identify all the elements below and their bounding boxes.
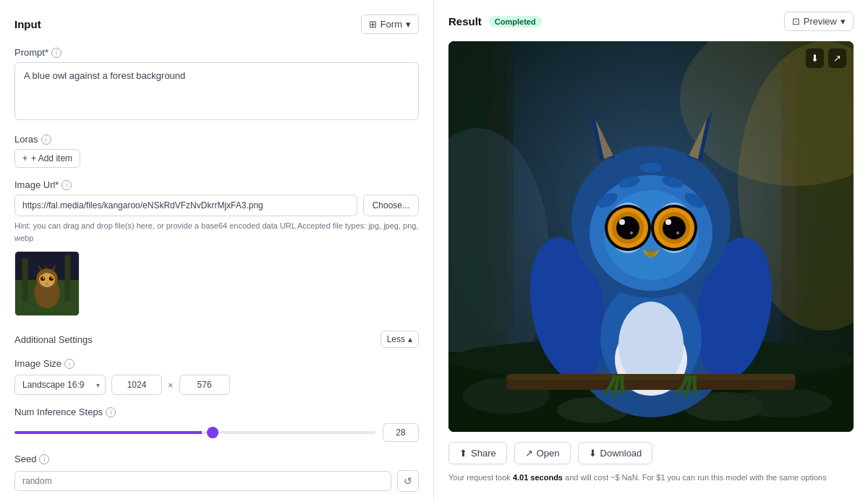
svg-point-59 bbox=[676, 231, 679, 234]
page-title: Input bbox=[14, 18, 41, 30]
loras-section: Loras i + + Add item bbox=[14, 134, 419, 168]
height-input[interactable] bbox=[179, 375, 230, 395]
svg-point-52 bbox=[630, 231, 633, 234]
image-url-label: Image Url* i bbox=[14, 179, 419, 190]
download-button[interactable]: ⬇ Download bbox=[578, 442, 653, 464]
download-icon: ⬇ bbox=[811, 53, 819, 64]
panel-header: Input ⊞ Form ▾ bbox=[14, 14, 419, 34]
preview-chevron-icon: ▾ bbox=[841, 16, 846, 27]
hint-text: Hint: you can drag and drop file(s) here… bbox=[14, 220, 419, 244]
duration-value: 4.01 seconds bbox=[513, 473, 563, 482]
svg-point-58 bbox=[665, 219, 671, 225]
prompt-label: Prompt* i bbox=[14, 47, 419, 58]
loras-info-icon[interactable]: i bbox=[41, 135, 51, 145]
additional-settings-header: Additional Settings Less ▴ bbox=[14, 328, 419, 348]
chevron-up-icon: ▴ bbox=[408, 334, 412, 344]
inference-steps-label: Num Inference Steps i bbox=[14, 407, 419, 417]
open-external-button[interactable]: ↗ bbox=[828, 48, 846, 68]
result-image-actions: ⬇ ↗ bbox=[806, 48, 846, 68]
svg-point-51 bbox=[619, 219, 625, 225]
image-url-info-icon[interactable]: i bbox=[61, 180, 72, 190]
seed-section: Seed i ↺ bbox=[14, 454, 419, 492]
width-input[interactable] bbox=[111, 375, 162, 395]
thumbnail-svg bbox=[15, 251, 79, 316]
additional-settings-title: Additional Settings bbox=[14, 334, 93, 345]
form-icon: ⊞ bbox=[369, 19, 377, 30]
external-link-icon: ↗ bbox=[833, 53, 841, 64]
share-icon: ⬆ bbox=[459, 448, 467, 459]
download-image-button[interactable]: ⬇ bbox=[806, 48, 824, 68]
dimensions-row: Landscape 16:9 Portrait 9:16 Square 1:1 … bbox=[14, 375, 419, 395]
inference-steps-section: Num Inference Steps i bbox=[14, 407, 419, 442]
open-icon: ↗ bbox=[525, 448, 533, 459]
preview-button[interactable]: ⊡ Preview ▾ bbox=[784, 12, 854, 31]
refresh-seed-button[interactable]: ↺ bbox=[397, 470, 419, 492]
image-size-label: Image Size i bbox=[14, 358, 419, 369]
cost-text: Your request took 4.01 seconds and will … bbox=[448, 472, 854, 484]
preview-icon: ⊡ bbox=[792, 16, 800, 27]
seed-row: ↺ bbox=[14, 470, 419, 492]
size-select[interactable]: Landscape 16:9 Portrait 9:16 Square 1:1 bbox=[14, 375, 106, 395]
inference-steps-info-icon[interactable]: i bbox=[106, 407, 116, 417]
additional-settings-section: Additional Settings Less ▴ Image Size i … bbox=[14, 328, 419, 492]
completed-badge: Completed bbox=[489, 16, 542, 27]
result-title: Result bbox=[448, 15, 482, 27]
prompt-info-icon[interactable]: i bbox=[51, 48, 61, 58]
size-select-wrapper: Landscape 16:9 Portrait 9:16 Square 1:1 … bbox=[14, 375, 106, 395]
seed-label: Seed i bbox=[14, 454, 419, 464]
dimension-separator: × bbox=[168, 380, 174, 391]
image-thumbnail bbox=[14, 251, 80, 316]
seed-info-icon[interactable]: i bbox=[39, 454, 49, 464]
svg-point-14 bbox=[43, 277, 44, 278]
form-button[interactable]: ⊞ Form ▾ bbox=[361, 14, 419, 34]
right-panel: Result Completed ⊡ Preview ▾ ⬇ ↗ bbox=[434, 0, 868, 502]
seed-input[interactable] bbox=[14, 471, 391, 491]
svg-point-64 bbox=[640, 163, 662, 173]
choose-button[interactable]: Choose... bbox=[363, 195, 419, 216]
less-button[interactable]: Less ▴ bbox=[380, 331, 419, 348]
add-item-button[interactable]: + + Add item bbox=[14, 149, 80, 168]
image-url-section: Image Url* i Choose... Hint: you can dra… bbox=[14, 179, 419, 316]
result-owl-svg bbox=[448, 41, 854, 432]
open-button[interactable]: ↗ Open bbox=[514, 442, 571, 464]
left-panel: Input ⊞ Form ▾ Prompt* i A blue owl agai… bbox=[0, 0, 434, 502]
result-title-row: Result Completed bbox=[448, 15, 542, 27]
slider-row bbox=[14, 423, 419, 442]
svg-point-15 bbox=[51, 277, 53, 278]
result-image-container: ⬇ ↗ bbox=[448, 41, 854, 432]
svg-rect-3 bbox=[64, 255, 70, 302]
inference-steps-slider[interactable] bbox=[14, 431, 375, 434]
image-url-row: Choose... bbox=[14, 195, 419, 216]
inference-steps-value-input[interactable] bbox=[383, 423, 419, 442]
plus-icon: + bbox=[22, 153, 27, 163]
result-buttons-row: ⬆ Share ↗ Open ⬇ Download bbox=[448, 442, 854, 464]
chevron-down-icon: ▾ bbox=[406, 19, 411, 30]
download-icon: ⬇ bbox=[589, 448, 597, 459]
image-size-section: Image Size i Landscape 16:9 Portrait 9:1… bbox=[14, 358, 419, 395]
svg-rect-2 bbox=[22, 259, 28, 302]
svg-point-13 bbox=[49, 276, 54, 281]
prompt-textarea[interactable]: A blue owl against a forest background bbox=[14, 62, 419, 120]
svg-point-12 bbox=[41, 276, 45, 281]
svg-rect-66 bbox=[506, 374, 796, 380]
refresh-icon: ↺ bbox=[404, 475, 412, 487]
image-size-info-icon[interactable]: i bbox=[64, 359, 75, 369]
prompt-section: Prompt* i A blue owl against a forest ba… bbox=[14, 47, 419, 122]
image-url-input[interactable] bbox=[14, 195, 357, 216]
result-header: Result Completed ⊡ Preview ▾ bbox=[448, 12, 854, 31]
share-button[interactable]: ⬆ Share bbox=[448, 442, 507, 464]
loras-label: Loras i bbox=[14, 134, 419, 145]
